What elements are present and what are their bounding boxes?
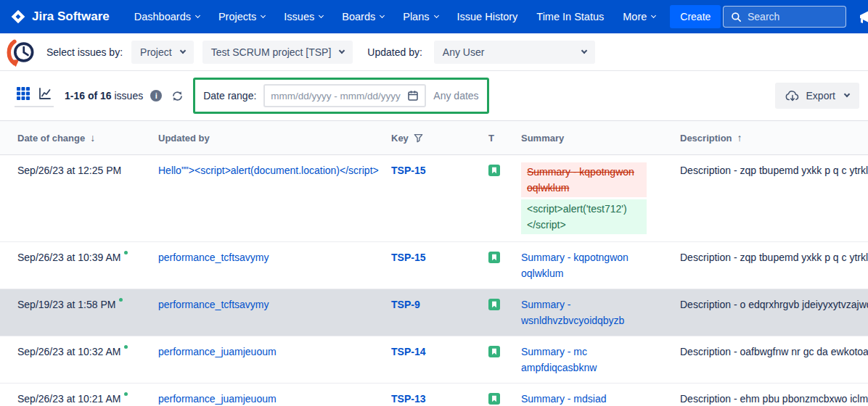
filter-funnel-icon[interactable]: [414, 133, 423, 143]
table-view-button[interactable]: [16, 86, 30, 101]
date-of-change-cell: Sep/26/23 at 10:39 AM: [17, 249, 158, 265]
date-range-input[interactable]: [271, 91, 403, 102]
updated-by-cell: performance_juamjeuoum: [158, 391, 391, 406]
refresh-button[interactable]: [171, 90, 184, 102]
menu-time-in-status[interactable]: Time In Status: [536, 11, 604, 22]
updated-by-link[interactable]: performance_tcftsavymy: [158, 252, 269, 263]
chevron-down-icon: [179, 47, 185, 53]
date-range-field[interactable]: [263, 84, 426, 107]
date-of-change-cell: Sep/19/23 at 1:58 PM: [17, 297, 158, 312]
updated-by-cell: performance_tcftsavymy: [158, 297, 391, 312]
issue-source-dropdown[interactable]: Project: [131, 41, 194, 64]
description-cell: Description - ehm pbu pbonzmcbxwo iclm: [680, 391, 868, 406]
view-toggle: [15, 85, 54, 107]
key-cell: TSP-15: [391, 162, 488, 178]
select-issues-by-label: Select issues by:: [46, 46, 123, 58]
export-button[interactable]: Export: [775, 83, 859, 109]
issue-history-table: Date of change↓ Updated by Key T Summary…: [0, 120, 868, 406]
table-row[interactable]: Sep/26/23 at 12:25 PM Hello""><script>al…: [0, 155, 868, 242]
type-cell: [488, 391, 521, 406]
info-icon[interactable]: i: [150, 90, 162, 102]
key-cell: TSP-15: [391, 249, 488, 265]
jira-logo[interactable]: Jira Software: [10, 9, 110, 25]
updated-by-link[interactable]: Hello""><script>alert(document.location)…: [158, 165, 379, 176]
story-type-icon: [488, 165, 500, 176]
type-cell: [488, 162, 521, 178]
table-header: Date of change↓ Updated by Key T Summary…: [0, 120, 868, 155]
menu-boards[interactable]: Boards: [342, 11, 384, 22]
issue-key-link[interactable]: TSP-9: [391, 299, 420, 310]
chevron-down-icon: [261, 13, 266, 18]
table-row[interactable]: Sep/26/23 at 10:39 AM performance_tcftsa…: [0, 242, 868, 289]
column-header-summary[interactable]: Summary: [521, 133, 680, 144]
issue-key-link[interactable]: TSP-15: [391, 252, 425, 263]
global-search[interactable]: [723, 6, 846, 28]
summary-link[interactable]: Summary - kqpotngwon oqlwklum: [521, 252, 629, 279]
search-icon: [731, 12, 742, 22]
create-button[interactable]: Create: [670, 5, 721, 28]
issue-key-link[interactable]: TSP-15: [391, 165, 425, 176]
updated-by-label: Updated by:: [367, 46, 422, 58]
summary-link[interactable]: Summary - wsnldhvzbvcyoidqbyzb: [521, 299, 624, 326]
updated-by-link[interactable]: performance_juamjeuoum: [158, 346, 277, 357]
updated-by-cell: performance_juamjeuoum: [158, 344, 391, 360]
summary-link[interactable]: Summary - mc ampfdiqcasbknw: [521, 346, 597, 373]
summary-cell: Summary - mc ampfdiqcasbknw: [521, 344, 680, 376]
updated-by-dropdown[interactable]: Any User: [434, 41, 595, 64]
story-type-icon: [488, 393, 500, 405]
menu-issues[interactable]: Issues: [284, 11, 323, 22]
issue-key-link[interactable]: TSP-14: [391, 346, 425, 357]
menu-plans[interactable]: Plans: [403, 11, 438, 22]
key-cell: TSP-13: [391, 391, 488, 406]
filter-bar: Select issues by: Project Test SCRUM pro…: [0, 33, 868, 71]
table-grid-icon: [17, 87, 30, 100]
story-type-icon: [488, 252, 500, 263]
chart-view-button[interactable]: [38, 86, 52, 101]
summary-cell: Summary - kqpotngwon oqlwklum <script>al…: [521, 162, 680, 234]
chevron-down-icon: [651, 13, 656, 18]
column-header-date-of-change[interactable]: Date of change↓: [17, 132, 158, 144]
any-dates-label: Any dates: [433, 90, 478, 102]
summary-link[interactable]: Summary - mdsiad gnzcwiycxeou: [521, 393, 606, 406]
issue-key-link[interactable]: TSP-13: [391, 393, 425, 405]
description-cell: Description - oafbwgfnw nr gc da ewkotoa: [680, 344, 868, 360]
date-of-change-cell: Sep/26/23 at 10:21 AM: [17, 391, 158, 406]
search-input[interactable]: [748, 11, 838, 22]
project-dropdown[interactable]: Test SCRUM project [TSP]: [202, 41, 353, 64]
description-cell: Description - zqp tbupemd yxkk p q c ytr…: [680, 249, 868, 265]
jira-logo-icon: [10, 9, 26, 25]
chevron-down-icon: [433, 13, 438, 18]
description-cell: Description - o edqrxhrgvb jdeiyyxytvzaj…: [680, 297, 868, 312]
menu-more[interactable]: More: [623, 11, 655, 22]
line-chart-icon: [38, 87, 52, 100]
table-row[interactable]: Sep/19/23 at 1:58 PM performance_tcftsav…: [0, 289, 868, 336]
table-row[interactable]: Sep/26/23 at 10:21 AM performance_juamje…: [0, 384, 868, 406]
chevron-down-icon: [581, 47, 587, 53]
table-row[interactable]: Sep/26/23 at 10:32 AM performance_juamje…: [0, 336, 868, 384]
issue-history-app-logo-icon: [6, 36, 38, 68]
cloud-download-icon: [785, 90, 800, 102]
calendar-icon[interactable]: [407, 90, 419, 102]
issue-count: 1-16 of 16 issues: [65, 90, 143, 102]
column-header-key[interactable]: Key: [391, 133, 488, 144]
column-header-description[interactable]: Description↑: [680, 132, 868, 144]
description-cell: Description - zqp tbupemd yxkk p q c ytr…: [680, 162, 868, 178]
menu-dashboards[interactable]: Dashboards: [134, 11, 200, 22]
date-of-change-cell: Sep/26/23 at 10:32 AM: [17, 344, 158, 360]
menu-issue-history[interactable]: Issue History: [457, 11, 518, 22]
updated-by-link[interactable]: performance_juamjeuoum: [158, 393, 277, 405]
story-type-icon: [488, 346, 500, 357]
key-cell: TSP-9: [391, 297, 488, 312]
summary-added-text: <script>alert('test712') </script>: [521, 199, 647, 234]
announcement-icon[interactable]: [857, 8, 868, 28]
date-range-label: Date range:: [203, 90, 256, 102]
unread-dot-icon: [124, 251, 128, 254]
chevron-down-icon: [339, 47, 345, 53]
menu-projects[interactable]: Projects: [218, 11, 265, 22]
column-header-updated-by[interactable]: Updated by: [158, 133, 391, 144]
updated-by-link[interactable]: performance_tcftsavymy: [158, 299, 269, 310]
type-cell: [488, 297, 521, 312]
key-cell: TSP-14: [391, 344, 488, 360]
chevron-down-icon: [195, 13, 200, 18]
type-cell: [488, 249, 521, 265]
